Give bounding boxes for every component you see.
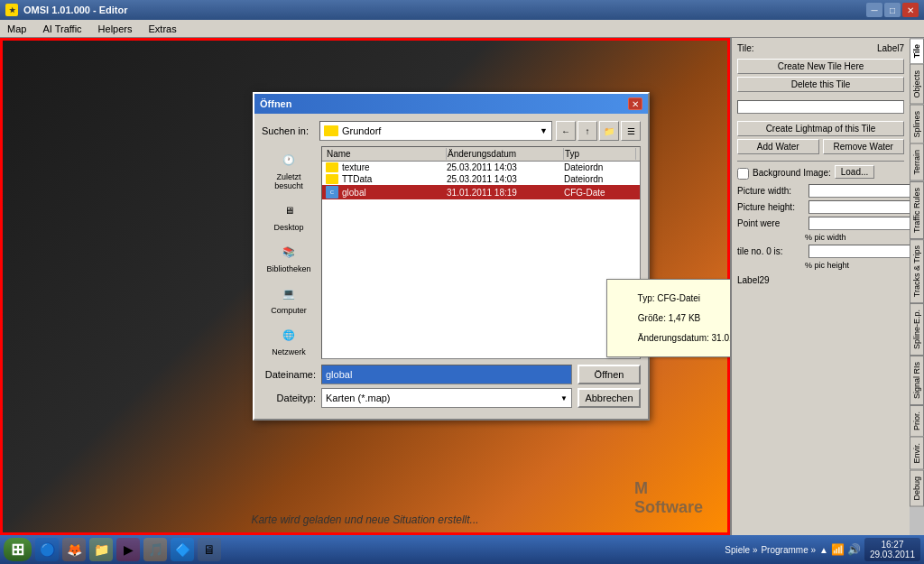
nav-computer[interactable]: 💻 Computer — [263, 280, 314, 318]
dialog-close-button[interactable]: ✕ — [628, 97, 642, 110]
taskbar-icon-folder[interactable]: 📁 — [89, 538, 113, 561]
file-row-global[interactable]: C global 31.01.2011 18:19 CFG-Date — [322, 185, 640, 199]
maximize-button[interactable]: □ — [884, 3, 901, 17]
bg-image-row: Background Image: Load... — [737, 165, 904, 181]
taskbar: ⊞ 🔵 🦊 📁 ▶ 🎵 🔷 🖥 Spiele » Programme » ▲ 📶… — [0, 535, 924, 564]
nav-recent-label: Zuletzt besucht — [266, 172, 311, 190]
tile-label: Tile: — [737, 43, 754, 53]
col-name: Name — [326, 148, 447, 160]
app-title: OMSI 1.01.000 - Editor — [23, 5, 128, 15]
path-combo[interactable]: Grundorf ▼ — [319, 121, 552, 141]
filetype-combo[interactable]: Karten (*.map) ▼ — [321, 388, 572, 408]
cancel-button[interactable]: Abbrechen — [578, 388, 641, 408]
point-were-row: Point were Edit20 % pic width — [737, 217, 904, 230]
filename-label: Dateiname: — [262, 369, 316, 380]
taskbar-programme[interactable]: Programme » — [761, 545, 816, 555]
taskbar-icon-skype[interactable]: 🔷 — [171, 538, 194, 561]
notify-icon-2: 🔊 — [847, 543, 861, 556]
taskbar-icon-1[interactable]: 🔵 — [35, 538, 59, 561]
nav-network[interactable]: 🌐 Netzwerk — [263, 321, 314, 359]
tab-objects[interactable]: Objects — [910, 64, 924, 105]
nav-desktop[interactable]: 🖥 Desktop — [263, 197, 314, 235]
dialog-title: Öffnen — [260, 98, 291, 109]
file-name-texture: texture — [326, 162, 447, 172]
picture-height-input[interactable]: Edit19 — [808, 200, 924, 214]
back-button[interactable]: ← — [556, 121, 576, 141]
panel-content: Tile: Label7 Create New Tile Here Delete… — [732, 38, 910, 535]
taskbar-icon-vlc[interactable]: 🎵 — [143, 538, 167, 561]
app-icon: ★ — [5, 4, 18, 16]
nav-desktop-label: Desktop — [273, 223, 303, 232]
create-lightmap-button[interactable]: Create Lightmap of this Tile — [737, 121, 904, 136]
file-row-texture[interactable]: texture 25.03.2011 14:03 Dateiordn — [322, 162, 640, 173]
tab-splines[interactable]: Splines — [910, 105, 924, 144]
up-button[interactable]: ↑ — [578, 121, 597, 141]
menu-extras[interactable]: Extras — [145, 22, 180, 36]
folder-icon-ttdata — [326, 174, 338, 184]
tab-prior[interactable]: Prior. — [910, 405, 924, 437]
file-row-ttdata[interactable]: TTData 25.03.2011 14:03 Dateiordn — [322, 173, 640, 185]
picture-height-row: Picture height: Edit19 m — [737, 200, 904, 214]
tab-tracks-trips[interactable]: Tracks & Trips — [910, 239, 924, 303]
tab-debug[interactable]: Debug — [910, 470, 924, 507]
delete-tile-button[interactable]: Delete this Tile — [737, 77, 904, 92]
new-folder-button[interactable]: 📁 — [599, 121, 619, 141]
tile-no-input[interactable]: Edit21 — [808, 245, 924, 258]
taskbar-icon-firefox[interactable]: 🦊 — [62, 538, 86, 561]
file-list-area: Name Änderungsdatum Typ texture 25. — [321, 146, 641, 359]
bg-image-checkbox[interactable] — [737, 168, 749, 180]
taskbar-spiele[interactable]: Spiele » — [725, 545, 757, 555]
remove-water-button[interactable]: Remove Water — [823, 139, 905, 154]
notify-icon-1: 📶 — [831, 543, 845, 556]
look-in-label: Suchen in: — [262, 125, 316, 136]
filetype-label: Dateityp: — [262, 393, 316, 403]
nav-recent[interactable]: 🕐 Zuletzt besucht — [263, 146, 314, 193]
tile-no-unit-row: % pic height — [737, 261, 904, 270]
tab-signal-ris[interactable]: Signal RIs — [910, 356, 924, 405]
filename-input[interactable] — [321, 365, 572, 384]
file-list-header: Name Änderungsdatum Typ — [322, 147, 640, 162]
dialog-toolbar: Suchen in: Grundorf ▼ ← ↑ 📁 — [262, 121, 641, 141]
dialog-title-bar: Öffnen ✕ — [254, 94, 648, 114]
notify-arrow[interactable]: ▲ — [819, 545, 828, 555]
libraries-icon: 📚 — [276, 241, 301, 263]
nav-libraries[interactable]: 📚 Bibliotheken — [263, 238, 314, 276]
tab-traffic-rules[interactable]: Traffic Rules — [910, 181, 924, 239]
computer-icon: 💻 — [276, 282, 301, 304]
open-button[interactable]: Öffnen — [578, 365, 641, 384]
point-were-label: Point were — [737, 218, 805, 228]
cfg-icon-global: C — [326, 186, 338, 199]
menu-map[interactable]: Map — [4, 22, 30, 36]
desktop-icon: 🖥 — [276, 199, 301, 221]
menu-helpers[interactable]: Helpers — [95, 22, 136, 36]
edit15-input[interactable]: Edit15 — [737, 100, 904, 114]
tab-tile[interactable]: Tile — [910, 38, 924, 64]
create-tile-button[interactable]: Create New Tile Here — [737, 59, 904, 74]
point-were-input[interactable]: Edit20 — [808, 217, 924, 230]
combo-dropdown-arrow: ▼ — [540, 126, 548, 135]
add-water-button[interactable]: Add Water — [737, 139, 819, 154]
window-controls: ─ □ ✕ — [866, 3, 919, 17]
tab-terrain[interactable]: Terrain — [910, 143, 924, 181]
toolbar-buttons: ← ↑ 📁 ☰ — [556, 121, 641, 141]
file-name-ttdata: TTData — [326, 174, 447, 184]
close-button[interactable]: ✕ — [902, 3, 919, 17]
load-button[interactable]: Load... — [835, 165, 875, 179]
tile-section: Tile: Label7 Create New Tile Here Delete… — [737, 43, 904, 95]
taskbar-icon-app[interactable]: 🖥 — [198, 538, 221, 561]
tab-spline-exp[interactable]: Spline-E.p. — [910, 303, 924, 356]
view-button[interactable]: ☰ — [621, 121, 641, 141]
menu-ai-traffic[interactable]: AI Traffic — [39, 22, 85, 36]
col-type: Typ — [564, 148, 636, 160]
picture-width-row: Picture width: Edit18 m — [737, 184, 904, 198]
folder-icon — [324, 125, 338, 136]
tab-envir[interactable]: Envir. — [910, 437, 924, 470]
picture-width-label: Picture width: — [737, 186, 805, 196]
minimize-button[interactable]: ─ — [866, 3, 882, 17]
start-button[interactable]: ⊞ — [4, 538, 32, 561]
clock-area[interactable]: 16:27 29.03.2011 — [864, 538, 920, 561]
game-area: Karte wird geladen und neue Situation er… — [0, 38, 730, 535]
picture-width-input[interactable]: Edit18 — [808, 184, 924, 198]
bg-image-label: Background Image: — [753, 168, 831, 178]
taskbar-icon-media[interactable]: ▶ — [116, 538, 140, 561]
